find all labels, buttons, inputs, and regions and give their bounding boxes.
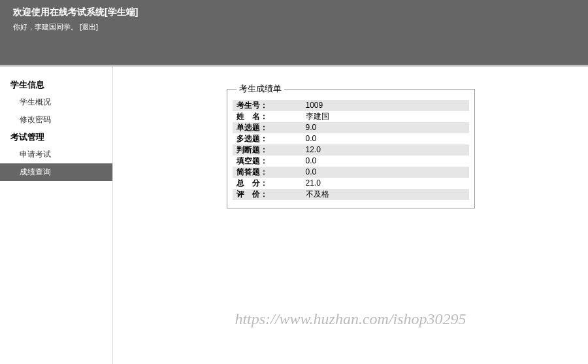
sidebar-item-change-password[interactable]: 修改密码 (0, 111, 112, 129)
table-row: 考生号： 1009 (233, 100, 469, 111)
greeting-suffix: 同学。 (56, 23, 78, 31)
table-row: 姓 名： 李建国 (233, 111, 469, 122)
fieldset-legend: 考生成绩单 (237, 83, 284, 95)
greeting-username: 李建国 (35, 23, 56, 31)
sidebar-section-student-info: 学生信息 (0, 76, 112, 93)
greeting-prefix: 你好， (13, 23, 35, 31)
table-row: 总 分： 21.0 (233, 178, 469, 189)
watermark-text: https://www.huzhan.com/ishop30295 (235, 310, 466, 328)
row-label-short: 简答题： (233, 167, 304, 178)
row-value-short: 0.0 (304, 167, 469, 178)
row-value-id: 1009 (304, 100, 469, 111)
main-container: 学生信息 学生概况 修改密码 考试管理 申请考试 成绩查询 考生成绩单 考生号：… (0, 65, 588, 364)
table-row: 填空题： 0.0 (233, 156, 469, 167)
table-row: 简答题： 0.0 (233, 167, 469, 178)
sidebar-section-exam-manage: 考试管理 (0, 129, 112, 146)
row-label-judge: 判断题： (233, 144, 304, 156)
table-row: 评 价： 不及格 (233, 189, 469, 200)
sidebar-item-student-overview[interactable]: 学生概况 (0, 93, 112, 111)
content-area: 考生成绩单 考生号： 1009 姓 名： 李建国 单选题： 9.0 多选题： 0… (112, 67, 588, 364)
row-label-eval: 评 价： (233, 189, 304, 200)
row-label-total: 总 分： (233, 178, 304, 189)
row-value-judge: 12.0 (304, 144, 469, 156)
row-label-blank: 填空题： (233, 156, 304, 167)
row-value-blank: 0.0 (304, 156, 469, 167)
table-row: 判断题： 12.0 (233, 144, 469, 156)
row-value-eval: 不及格 (304, 189, 469, 200)
row-value-single: 9.0 (304, 122, 469, 133)
score-table: 考生号： 1009 姓 名： 李建国 单选题： 9.0 多选题： 0.0 判断题… (233, 100, 469, 200)
row-label-name: 姓 名： (233, 111, 304, 122)
sidebar: 学生信息 学生概况 修改密码 考试管理 申请考试 成绩查询 (0, 67, 112, 364)
row-value-multi: 0.0 (304, 133, 469, 144)
row-label-single: 单选题： (233, 122, 304, 133)
app-title: 欢迎使用在线考试系统[学生端] (13, 7, 575, 18)
row-value-total: 21.0 (304, 178, 469, 189)
score-fieldset: 考生成绩单 考生号： 1009 姓 名： 李建国 单选题： 9.0 多选题： 0… (227, 83, 475, 208)
header: 欢迎使用在线考试系统[学生端] 你好，李建国同学。 [退出] (0, 0, 588, 65)
sidebar-item-apply-exam[interactable]: 申请考试 (0, 146, 112, 163)
logout-link[interactable]: [退出] (80, 23, 98, 31)
table-row: 单选题： 9.0 (233, 122, 469, 133)
row-label-multi: 多选题： (233, 133, 304, 144)
greeting-line: 你好，李建国同学。 [退出] (13, 22, 575, 32)
table-row: 多选题： 0.0 (233, 133, 469, 144)
row-value-name: 李建国 (304, 111, 469, 122)
row-label-id: 考生号： (233, 100, 304, 111)
sidebar-item-score-query[interactable]: 成绩查询 (0, 163, 112, 181)
